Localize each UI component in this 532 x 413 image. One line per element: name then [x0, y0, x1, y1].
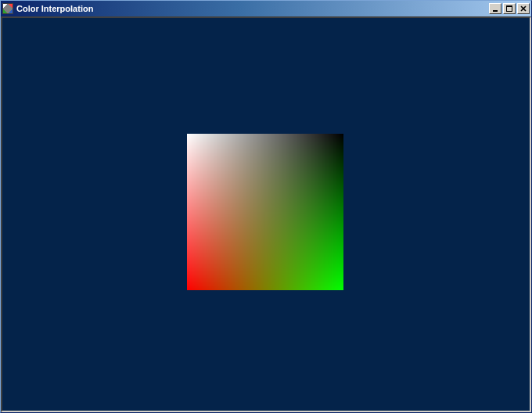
gradient-canvas: [187, 134, 343, 290]
app-icon: [2, 3, 13, 14]
minimize-button[interactable]: [489, 3, 501, 14]
minimize-icon: [492, 5, 498, 12]
maximize-icon: [506, 5, 512, 12]
render-viewport: [1, 16, 531, 412]
maximize-button[interactable]: [503, 3, 516, 14]
close-button[interactable]: [517, 3, 530, 14]
window-title: Color Interpolation: [16, 4, 93, 13]
titlebar[interactable]: Color Interpolation: [1, 1, 531, 16]
close-icon: [520, 5, 527, 12]
svg-rect-2: [506, 5, 512, 7]
color-interpolation-quad: [187, 134, 343, 290]
svg-rect-0: [493, 10, 498, 12]
application-window: Color Interpolation: [0, 0, 532, 413]
